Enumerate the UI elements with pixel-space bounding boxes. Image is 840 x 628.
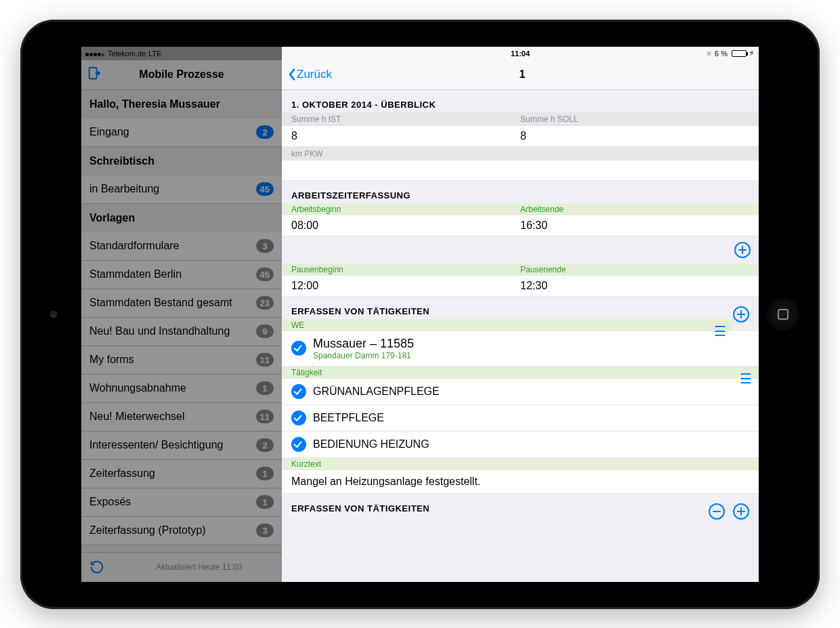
screen: Telekom.de LTE Mobile Prozesse Hallo, Th… bbox=[81, 47, 759, 582]
detail-scroll[interactable]: 1. OKTOBER 2014 - ÜBERBLICK Summe h IST … bbox=[282, 90, 759, 582]
sidebar-item[interactable]: Neu! Mieterwechsel11 bbox=[81, 403, 282, 432]
tasks-heading: ERFASSEN VON TÄTIGKEITEN bbox=[282, 297, 759, 319]
detail-pane: 11:04 ⚹ 6 % ⚡︎ Zurück 1 bbox=[282, 47, 759, 582]
sidebar-badge: 3 bbox=[256, 239, 274, 253]
time-values[interactable]: 08:00 16:30 bbox=[282, 215, 759, 236]
taetigkeit-label-row: Tätigkeit ☰ bbox=[282, 367, 759, 379]
sidebar-item[interactable]: in Bearbeitung45 bbox=[81, 175, 282, 204]
sidebar-item[interactable]: Standardformulare3 bbox=[81, 232, 282, 261]
ipad-frame: Telekom.de LTE Mobile Prozesse Hallo, Th… bbox=[20, 20, 820, 609]
check-icon bbox=[291, 341, 306, 356]
sidebar-badge: 1 bbox=[256, 381, 274, 395]
task-item[interactable]: GRÜNANLAGENPFLEGE bbox=[282, 379, 759, 405]
sidebar-badge: 1 bbox=[256, 495, 274, 509]
sidebar-footer-label: Aktualisiert Heute 11:03 bbox=[125, 562, 274, 572]
sidebar-badge: 45 bbox=[256, 182, 274, 196]
device-camera bbox=[50, 311, 57, 318]
pause-values[interactable]: 12:00 12:30 bbox=[282, 276, 759, 297]
bluetooth-icon: ⚹ bbox=[706, 49, 712, 58]
task-label: BEETPFLEGE bbox=[313, 412, 384, 424]
we-item[interactable]: Mussauer – 11585 Spandauer Damm 179-181 bbox=[282, 331, 759, 367]
lbl-summe-soll: Summe h SOLL bbox=[520, 114, 749, 124]
overview-heading: 1. OKTOBER 2014 - ÜBERBLICK bbox=[282, 90, 759, 112]
sidebar-item[interactable]: Wohnungsabnahme1 bbox=[81, 375, 282, 403]
sidebar: Telekom.de LTE Mobile Prozesse Hallo, Th… bbox=[81, 47, 282, 582]
add-task2-button[interactable] bbox=[733, 503, 749, 520]
overview-values: 8 8 bbox=[282, 126, 759, 147]
check-icon bbox=[291, 411, 306, 425]
sidebar-badge: 11 bbox=[256, 353, 274, 367]
sidebar-badge: 11 bbox=[256, 410, 274, 423]
home-button[interactable] bbox=[767, 298, 799, 331]
battery-icon bbox=[732, 50, 747, 57]
sidebar-item[interactable]: Eingang2 bbox=[81, 119, 282, 147]
task-label: BEDIENUNG HEIZUNG bbox=[313, 438, 429, 451]
kurztext-label: Kurztext bbox=[291, 459, 321, 469]
sidebar-header: Vorlagen bbox=[81, 204, 282, 232]
sidebar-title: Mobile Prozesse bbox=[102, 68, 261, 81]
add-time-row bbox=[282, 236, 759, 264]
detail-nav: Zurück 1 bbox=[282, 60, 759, 90]
sidebar-item-label: My forms bbox=[89, 354, 134, 366]
lbl-pausenbeginn: Pausenbeginn bbox=[291, 265, 520, 274]
remove-task-button[interactable] bbox=[709, 503, 725, 520]
sidebar-badge: 1 bbox=[256, 467, 274, 480]
sidebar-item[interactable]: Interessenten/ Besichtigung2 bbox=[81, 432, 282, 460]
val-summe-ist: 8 bbox=[291, 130, 520, 142]
status-time: 11:04 bbox=[511, 49, 530, 58]
sidebar-item[interactable]: My forms11 bbox=[81, 346, 282, 375]
sidebar-badge: 2 bbox=[256, 438, 274, 452]
kurztext-value[interactable]: Mangel an Heizungsanlage festgestellt. bbox=[282, 470, 759, 494]
sidebar-badge: 23 bbox=[256, 296, 274, 310]
sidebar-item-label: Eingang bbox=[89, 126, 129, 138]
refresh-icon[interactable] bbox=[89, 560, 104, 574]
task-item[interactable]: BEDIENUNG HEIZUNG bbox=[282, 432, 759, 458]
we-subtitle: Spandauer Damm 179-181 bbox=[313, 351, 414, 360]
sidebar-item[interactable]: Stammdaten Bestand gesamt23 bbox=[81, 289, 282, 318]
sidebar-item[interactable]: Zeiterfassung (Prototyp)3 bbox=[81, 517, 282, 545]
overview-km-label: km PKW bbox=[282, 147, 759, 161]
sidebar-item[interactable]: Exposés1 bbox=[81, 488, 282, 517]
back-button[interactable]: Zurück bbox=[287, 67, 332, 82]
val-pausenbeginn: 12:00 bbox=[291, 280, 520, 292]
status-bar-left: Telekom.de LTE bbox=[81, 47, 282, 60]
add-time-button[interactable] bbox=[734, 242, 751, 258]
sidebar-item-label: Neu! Mieterwechsel bbox=[89, 411, 185, 423]
sidebar-list[interactable]: Hallo, Theresia MussauerEingang2Schreibt… bbox=[81, 90, 282, 552]
lbl-arbeitsende: Arbeitsende bbox=[520, 205, 749, 214]
sidebar-item-label: Standardformulare bbox=[89, 240, 180, 252]
network-label: LTE bbox=[148, 49, 161, 58]
sidebar-item[interactable]: Stammdaten Berlin45 bbox=[81, 261, 282, 289]
lbl-summe-ist: Summe h IST bbox=[291, 114, 520, 124]
sidebar-item-label: Zeiterfassung (Prototyp) bbox=[89, 524, 206, 537]
sidebar-nav: Mobile Prozesse bbox=[81, 60, 282, 90]
add-task-button[interactable] bbox=[733, 306, 749, 322]
sidebar-item[interactable]: Neu! Bau und Instandhaltung9 bbox=[81, 318, 282, 346]
val-pausenende: 12:30 bbox=[520, 280, 749, 292]
task-item[interactable]: BEETPFLEGE bbox=[282, 405, 759, 432]
listmenu-icon[interactable]: ☰ bbox=[740, 371, 752, 387]
charging-icon: ⚡︎ bbox=[749, 49, 755, 58]
sidebar-item-label: in Bearbeitung bbox=[89, 183, 159, 195]
signal-dots-icon bbox=[85, 49, 105, 58]
carrier-label: Telekom.de bbox=[108, 49, 146, 58]
kurztext-label-row: Kurztext bbox=[282, 458, 759, 470]
sidebar-item-label: Exposés bbox=[89, 496, 131, 508]
sidebar-badge: 9 bbox=[256, 325, 274, 338]
listmenu-icon[interactable]: ☰ bbox=[714, 323, 726, 339]
sidebar-item[interactable]: Zeiterfassung1 bbox=[81, 460, 282, 488]
sidebar-item-label: Wohnungsabnahme bbox=[89, 382, 186, 394]
sidebar-item-label: Stammdaten Berlin bbox=[89, 268, 182, 280]
sidebar-header: Schreibtisch bbox=[81, 147, 282, 175]
sidebar-badge: 45 bbox=[256, 268, 274, 281]
pause-labels: Pausenbeginn Pausenende bbox=[282, 264, 759, 276]
sidebar-item-label: Neu! Bau und Instandhaltung bbox=[89, 325, 230, 337]
greeting: Hallo, Theresia Mussauer bbox=[81, 90, 282, 119]
overview-km-value[interactable] bbox=[282, 161, 759, 181]
exit-icon[interactable] bbox=[87, 66, 102, 83]
val-arbeitsende: 16:30 bbox=[520, 219, 749, 232]
back-label: Zurück bbox=[297, 68, 332, 81]
sidebar-item-label: Interessenten/ Besichtigung bbox=[89, 439, 223, 451]
val-arbeitsbeginn: 08:00 bbox=[291, 219, 520, 232]
check-icon bbox=[291, 437, 306, 452]
